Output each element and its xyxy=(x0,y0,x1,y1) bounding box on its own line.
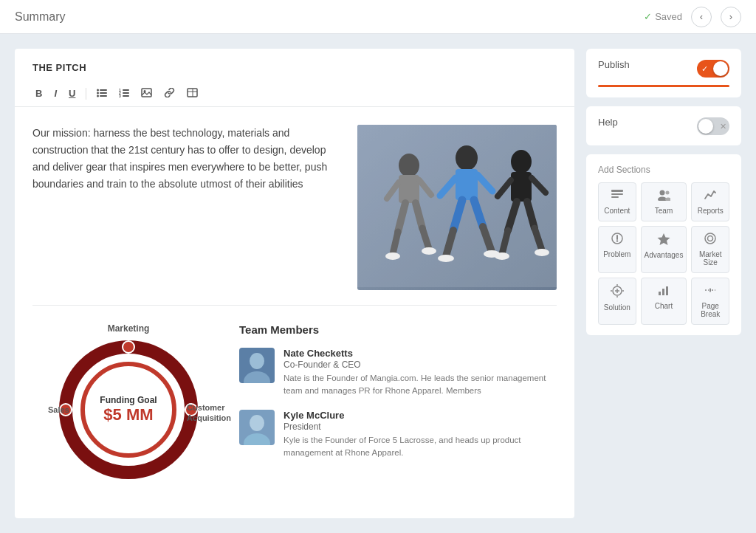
section-tile-label-pagebreak: Page Break xyxy=(695,302,726,318)
team-section-title: Team Members xyxy=(239,323,557,336)
nav-next-button[interactable]: › xyxy=(721,7,741,27)
section-tile-advantages[interactable]: Advantages xyxy=(641,226,687,273)
team-icon xyxy=(657,189,670,204)
nav-prev-button[interactable]: ‹ xyxy=(691,7,712,27)
saved-label: Saved xyxy=(655,11,682,22)
add-sections-card: Add Sections Content Team xyxy=(586,154,741,335)
svg-point-35 xyxy=(511,150,532,173)
svg-point-51 xyxy=(123,341,134,353)
publish-toggle[interactable]: ✓ xyxy=(697,60,729,78)
svg-point-27 xyxy=(456,145,478,171)
sidebar: Publish ✓ Help ✕ xyxy=(586,49,741,518)
section-tile-solution[interactable]: Solution xyxy=(598,278,636,325)
marketsize-icon xyxy=(704,233,717,247)
section-tile-label-team: Team xyxy=(655,207,673,215)
svg-marker-70 xyxy=(657,233,670,245)
svg-rect-10 xyxy=(123,92,129,94)
svg-rect-9 xyxy=(123,89,129,91)
section-tile-label-reports: Reports xyxy=(698,207,724,215)
content-area: THE PITCH B I U 123 Our miss xyxy=(15,49,574,518)
svg-rect-28 xyxy=(456,169,478,200)
section-tile-team[interactable]: Team xyxy=(641,182,687,221)
section-tile-problem[interactable]: Problem xyxy=(598,226,636,273)
section-tile-label-problem: Problem xyxy=(603,250,630,258)
svg-point-58 xyxy=(250,415,264,431)
section-tile-chart[interactable]: Chart xyxy=(641,278,687,325)
publish-card: Publish ✓ xyxy=(586,49,741,97)
section-tile-content[interactable]: Content xyxy=(598,182,636,221)
section-tile-label-advantages: Advantages xyxy=(645,251,684,259)
svg-point-63 xyxy=(659,190,664,196)
member-avatar-1 xyxy=(239,348,275,383)
svg-rect-60 xyxy=(611,190,623,192)
sections-grid: Content Team Reports xyxy=(598,182,729,325)
publish-line xyxy=(598,85,729,87)
help-toggle-row: Help ✕ xyxy=(598,117,729,135)
team-member-2: Kyle McClure President Kyle is the Found… xyxy=(239,410,557,460)
svg-point-44 xyxy=(422,247,436,255)
image-button[interactable] xyxy=(138,86,155,100)
topbar: Summary ✓ Saved ‹ › xyxy=(0,0,756,34)
link-button[interactable] xyxy=(161,86,178,100)
section-tile-reports[interactable]: Reports xyxy=(691,182,729,221)
italic-button[interactable]: I xyxy=(51,87,60,100)
svg-rect-82 xyxy=(666,286,668,295)
svg-rect-3 xyxy=(100,89,107,91)
help-label: Help xyxy=(598,117,618,128)
unordered-list-button[interactable] xyxy=(94,87,110,100)
toolbar-divider-1 xyxy=(86,88,86,100)
svg-point-19 xyxy=(399,154,419,177)
donut-top-label: Marketing xyxy=(108,323,150,334)
help-toggle-track[interactable]: ✕ xyxy=(697,117,729,135)
donut-right-label-line2: Acquisition xyxy=(187,413,231,422)
svg-point-2 xyxy=(97,94,99,97)
section-tile-label-chart: Chart xyxy=(655,302,673,310)
svg-rect-62 xyxy=(611,196,619,198)
editor-toolbar: B I U 123 xyxy=(15,80,574,107)
section-tile-marketsize[interactable]: Market Size xyxy=(691,226,729,273)
svg-point-72 xyxy=(708,236,713,241)
section-tile-pagebreak[interactable]: Page Break xyxy=(691,278,729,325)
underline-button[interactable]: U xyxy=(66,87,78,100)
donut-amount: $5 MM xyxy=(100,405,157,424)
pitch-image xyxy=(357,125,557,290)
editor-body: Our mission: harness the best technology… xyxy=(15,107,574,305)
toggle-check-icon: ✓ xyxy=(701,63,708,73)
advantages-icon xyxy=(657,233,670,248)
donut-right-label-line1: Customer xyxy=(187,403,224,412)
help-card: Help ✕ xyxy=(586,106,741,145)
bold-button[interactable]: B xyxy=(32,87,45,100)
svg-point-47 xyxy=(495,252,509,260)
donut-wrapper: Funding Goal $5 MM Sales Customer Acquis… xyxy=(58,340,199,480)
chart-icon xyxy=(657,284,670,299)
section-tile-label-marketsize: Market Size xyxy=(695,250,726,266)
topbar-right: ✓ Saved ‹ › xyxy=(644,7,741,27)
svg-rect-4 xyxy=(100,92,107,94)
help-toggle[interactable]: ✕ xyxy=(697,117,729,135)
solution-icon xyxy=(611,284,624,300)
pitch-body-text[interactable]: Our mission: harness the best technology… xyxy=(32,125,343,290)
team-member: Nate Checketts Co-Founder & CEO Nate is … xyxy=(239,348,557,398)
page-title: Summary xyxy=(15,10,65,24)
member-title-1: Co-Founder & CEO xyxy=(284,360,557,370)
svg-text:3: 3 xyxy=(119,94,121,97)
publish-label: Publish xyxy=(598,59,630,70)
reports-icon xyxy=(704,189,717,204)
saved-check-icon: ✓ xyxy=(644,11,652,22)
svg-rect-5 xyxy=(100,95,107,97)
donut-chart-container: Marketing Funding Goal xyxy=(32,323,224,480)
svg-point-71 xyxy=(705,233,715,244)
main-layout: THE PITCH B I U 123 Our miss xyxy=(0,34,756,533)
member-info-1: Nate Checketts Co-Founder & CEO Nate is … xyxy=(284,348,557,398)
svg-rect-20 xyxy=(399,175,419,203)
table-button[interactable] xyxy=(184,86,201,100)
svg-point-55 xyxy=(250,353,264,369)
donut-center: Funding Goal $5 MM xyxy=(100,395,157,424)
svg-rect-36 xyxy=(511,172,532,202)
svg-point-48 xyxy=(535,249,549,256)
publish-toggle-track[interactable]: ✓ xyxy=(697,60,729,78)
ordered-list-button[interactable]: 123 xyxy=(116,87,132,100)
member-avatar-2 xyxy=(239,410,275,445)
svg-point-1 xyxy=(97,92,99,94)
member-info-2: Kyle McClure President Kyle is the Found… xyxy=(284,410,557,460)
